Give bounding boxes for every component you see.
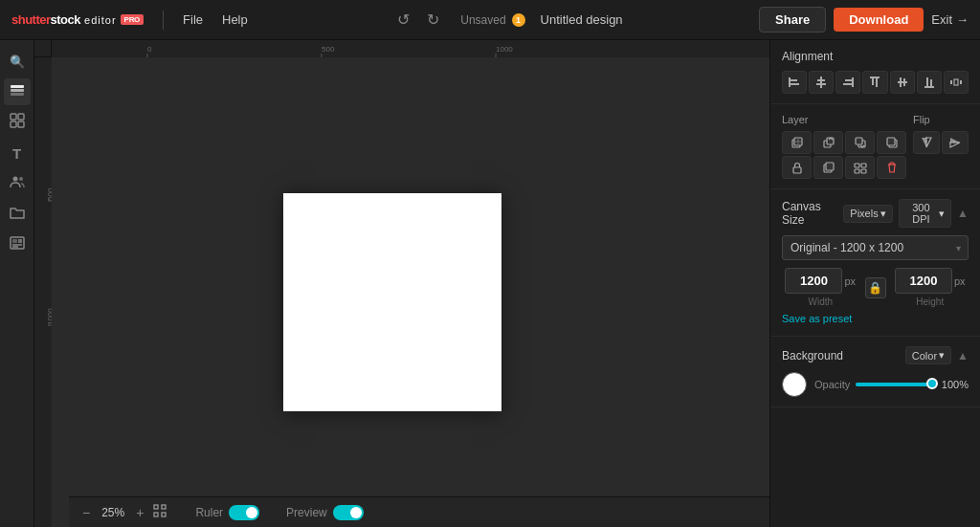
exit-button[interactable]: Exit → [931, 12, 969, 27]
canvas-area[interactable]: 0 500 1000 500 1000 − 25% + [34, 40, 769, 527]
logo-badge: PRO [121, 14, 144, 25]
svg-rect-1 [11, 89, 24, 92]
height-input[interactable] [895, 268, 952, 294]
align-bottom-button[interactable] [917, 71, 942, 94]
svg-rect-60 [793, 167, 801, 173]
zoom-fit-button[interactable] [151, 502, 168, 522]
lock-button[interactable] [782, 156, 812, 179]
redo-button[interactable]: ↻ [421, 9, 445, 31]
send-backward-button[interactable] [845, 131, 875, 154]
design-title[interactable]: Untitled design [541, 12, 623, 27]
canvas-white[interactable] [283, 193, 501, 411]
ruler-corner [34, 40, 52, 57]
zoom-out-button[interactable]: − [80, 503, 92, 522]
preview-label: Preview [286, 506, 327, 519]
background-type-button[interactable]: Color ▾ [905, 346, 951, 364]
logo: shutterstock editor PRO [11, 12, 144, 27]
svg-rect-62 [826, 163, 834, 170]
opacity-slider[interactable] [856, 382, 936, 387]
sidebar-text-button[interactable]: T [4, 140, 31, 166]
ruler-h-svg: 0 500 1000 [52, 40, 769, 57]
align-center-h-button[interactable] [809, 71, 834, 94]
canvas-size-collapse-button[interactable]: ▲ [957, 207, 969, 220]
svg-rect-45 [926, 77, 928, 86]
ruler-horizontal: 0 500 1000 [52, 40, 769, 57]
background-color-swatch[interactable] [782, 372, 807, 397]
canvas-size-title: Canvas Size [782, 200, 843, 227]
svg-text:500: 500 [322, 45, 335, 54]
svg-rect-5 [11, 121, 16, 127]
alignment-section: Alignment [770, 40, 980, 104]
canvas-size-controls: Pixels ▾ 300 DPI ▾ ▲ [843, 199, 969, 228]
align-top-button[interactable] [862, 71, 887, 94]
svg-point-7 [12, 177, 17, 182]
height-input-wrap: px Height [892, 268, 969, 307]
unit-select-button[interactable]: Pixels ▾ [843, 205, 892, 223]
width-input[interactable] [785, 268, 842, 294]
flip-buttons [913, 131, 969, 154]
svg-rect-28 [162, 513, 166, 516]
zoom-controls: − 25% + [80, 502, 168, 522]
svg-rect-4 [18, 114, 24, 120]
align-right-button[interactable] [835, 71, 860, 94]
flip-vertical-button[interactable] [942, 131, 969, 154]
logo-text: shutterstock editor [11, 12, 117, 27]
svg-text:500: 500 [46, 187, 53, 201]
duplicate-button[interactable] [813, 156, 843, 179]
preview-toggle[interactable] [333, 505, 364, 520]
delete-button[interactable] [877, 156, 906, 179]
opacity-value: 100% [942, 379, 969, 390]
sidebar-media-button[interactable] [4, 231, 31, 258]
sidebar-search-button[interactable]: 🔍 [4, 48, 31, 75]
flip-horizontal-button[interactable] [913, 131, 940, 154]
dimension-lock-button[interactable]: 🔒 [865, 277, 886, 298]
right-panel: Alignment [769, 40, 980, 527]
group-button[interactable] [845, 156, 875, 179]
share-button[interactable]: Share [759, 7, 826, 33]
topbar-center: ↺ ↻ Unsaved 1 Untitled design [267, 9, 747, 31]
distribute-button[interactable] [944, 71, 969, 94]
text-icon: T [12, 145, 21, 162]
ruler-v-svg: 500 1000 [34, 57, 52, 527]
zoom-level[interactable]: 25% [98, 506, 128, 519]
dpi-select-button[interactable]: 300 DPI ▾ [899, 199, 951, 228]
bring-forward-button[interactable] [813, 131, 843, 154]
sidebar-layers-button[interactable] [4, 78, 31, 105]
svg-rect-57 [856, 138, 862, 144]
height-unit: px [954, 275, 966, 287]
undo-button[interactable]: ↺ [391, 9, 415, 31]
background-collapse-button[interactable]: ▲ [957, 349, 969, 362]
layers-icon [10, 82, 25, 101]
sidebar-grid-button[interactable] [4, 109, 31, 136]
svg-rect-25 [154, 505, 158, 509]
align-center-v-button[interactable] [890, 71, 915, 94]
preset-select[interactable]: Original - 1200 x 1200 [782, 235, 969, 260]
bring-front-button[interactable] [782, 131, 812, 154]
ruler-toggle[interactable] [229, 505, 259, 520]
dimensions-row: px Width 🔒 px Height [782, 268, 969, 307]
svg-rect-39 [872, 78, 874, 85]
canvas-size-section: Canvas Size Pixels ▾ 300 DPI ▾ ▲ Origina… [770, 189, 980, 337]
media-icon [10, 235, 25, 254]
svg-rect-31 [791, 83, 799, 85]
svg-rect-26 [162, 505, 166, 509]
alignment-title: Alignment [782, 50, 833, 63]
svg-marker-71 [950, 143, 960, 147]
search-icon: 🔍 [10, 55, 25, 69]
help-menu-button[interactable]: Help [214, 9, 256, 31]
file-menu-button[interactable]: File [175, 9, 211, 31]
grid-icon [10, 113, 25, 132]
send-back-button[interactable] [877, 131, 906, 154]
background-color-row: Opacity 100% [782, 372, 969, 397]
topbar-actions: Share Download Exit → [759, 7, 969, 33]
svg-rect-10 [12, 239, 17, 243]
zoom-in-button[interactable]: + [134, 503, 145, 522]
svg-rect-42 [900, 77, 902, 87]
save-preset-button[interactable]: Save as preset [782, 311, 852, 326]
sidebar-folder-button[interactable] [4, 201, 31, 228]
layer-group: Layer [782, 114, 906, 179]
svg-rect-27 [154, 513, 158, 516]
download-button[interactable]: Download [834, 8, 924, 32]
align-left-button[interactable] [782, 71, 807, 94]
sidebar-people-button[interactable] [4, 170, 31, 197]
